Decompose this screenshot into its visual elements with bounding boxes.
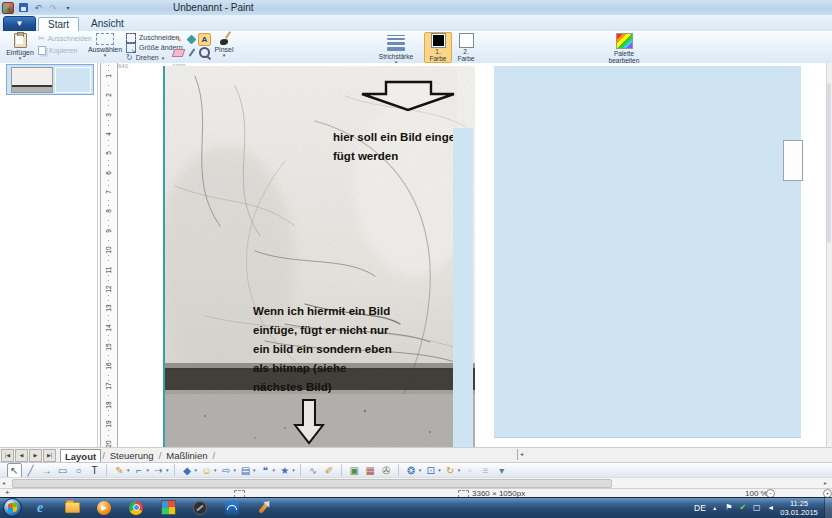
- tab-start[interactable]: Start: [38, 17, 79, 32]
- save-button[interactable]: [17, 2, 29, 14]
- taskbar-clock[interactable]: 11:25 03.01.2015: [778, 499, 820, 517]
- taskbar-chrome[interactable]: [124, 498, 148, 517]
- select-button[interactable]: Auswählen ▾: [86, 33, 124, 57]
- freeform-line-tool-dropdown[interactable]: ▾: [127, 467, 130, 473]
- insert-picture[interactable]: ▣: [347, 463, 362, 478]
- network-status[interactable]: [752, 503, 762, 512]
- taskbar-graphics-tool[interactable]: [252, 498, 276, 517]
- customize-qat-dropdown[interactable]: ▾: [62, 2, 74, 14]
- basic-shapes-dropdown[interactable]: ▾: [195, 467, 198, 473]
- dropper-icon: [188, 48, 195, 57]
- basic-shapes[interactable]: ◆: [180, 463, 195, 478]
- next-tab-button[interactable]: ▶: [29, 449, 42, 462]
- freeform-line-tool[interactable]: ✎: [112, 463, 127, 478]
- cursor-position-icon: +: [5, 488, 10, 497]
- brush-button[interactable]: Pinsel ▾: [210, 33, 238, 57]
- page-thumbnail-selected[interactable]: [6, 64, 94, 95]
- vertical-scrollbar-thumb[interactable]: [827, 83, 831, 243]
- fontwork-dropdown[interactable]: ▾: [419, 467, 422, 473]
- undo-button[interactable]: ↶: [32, 2, 44, 14]
- paste-button[interactable]: Einfügen ▾: [4, 33, 36, 60]
- rotate-button[interactable]: ↻ Drehen ▾: [126, 53, 164, 62]
- scanner[interactable]: ✇: [379, 463, 394, 478]
- eraser-tool[interactable]: [172, 46, 185, 59]
- taskbar-openoffice[interactable]: [220, 498, 244, 517]
- tab-splitter-arrow[interactable]: ◂: [520, 450, 523, 457]
- prev-tab-button[interactable]: ◀: [15, 449, 28, 462]
- security-status[interactable]: [738, 503, 748, 512]
- action-center-flag[interactable]: [724, 503, 734, 512]
- show-desktop-button[interactable]: [824, 497, 832, 518]
- magnifier-icon: [199, 47, 210, 58]
- redo-button[interactable]: ↷: [47, 2, 59, 14]
- hidden-icons-chevron[interactable]: [710, 503, 720, 512]
- text-tool[interactable]: T: [87, 463, 102, 478]
- connector-tool[interactable]: ⌐: [132, 463, 147, 478]
- interaction-dropdown[interactable]: ▾: [438, 467, 441, 473]
- callout-shapes-dropdown[interactable]: ▾: [273, 467, 276, 473]
- language-indicator[interactable]: DE: [694, 503, 706, 513]
- taskbar-windows-explorer[interactable]: [60, 498, 84, 517]
- paint-canvas[interactable]: hier soll ein Bild einge- fügt werden We…: [163, 66, 475, 449]
- taskbar-puzzle-game[interactable]: [156, 498, 180, 517]
- gallery[interactable]: ▦: [363, 463, 378, 478]
- star-shapes[interactable]: ★: [277, 463, 292, 478]
- symbol-shapes-dropdown[interactable]: ▾: [214, 467, 217, 473]
- volume[interactable]: [766, 503, 776, 512]
- start-button[interactable]: [3, 498, 22, 517]
- taskbar-internet-explorer[interactable]: [28, 498, 52, 517]
- flowchart-shapes[interactable]: ▤: [238, 463, 253, 478]
- block-arrows[interactable]: ⇨: [219, 463, 234, 478]
- color2-button[interactable]: 2. Farbe: [452, 32, 480, 63]
- scroll-right-arrow[interactable]: ▸: [824, 479, 827, 486]
- rectangle-tool[interactable]: ▭: [55, 463, 70, 478]
- pencil-tool[interactable]: ✎: [172, 33, 185, 46]
- line-arrow-tool-dropdown[interactable]: ▾: [166, 467, 169, 473]
- edit-points[interactable]: ∿: [306, 463, 321, 478]
- brush-icon: [225, 31, 231, 39]
- ruler-number: 9: [105, 226, 113, 236]
- taskbar-media-player[interactable]: [92, 498, 116, 517]
- arrow-tool[interactable]: →: [39, 463, 54, 478]
- fontwork[interactable]: ❂: [404, 463, 419, 478]
- arrange-tool[interactable]: ≡: [478, 463, 493, 478]
- toolbar-separator: [300, 464, 301, 476]
- ruler-number: 10: [105, 245, 113, 255]
- taskbar-media-disc[interactable]: [188, 498, 212, 517]
- line-arrow-tool[interactable]: ⇢: [151, 463, 166, 478]
- last-tab-button[interactable]: ▶|: [43, 449, 56, 462]
- tab-ansicht[interactable]: Ansicht: [82, 17, 133, 31]
- toolbar-overflow[interactable]: ▾: [494, 463, 509, 478]
- rotate-tool[interactable]: ↻: [443, 463, 458, 478]
- draw-page[interactable]: [494, 66, 801, 438]
- edit-palette-button[interactable]: Palette bearbeiten: [604, 33, 644, 64]
- ellipse-tool[interactable]: ○: [71, 463, 86, 478]
- interaction[interactable]: ⊡: [423, 463, 438, 478]
- color-picker-tool[interactable]: [185, 46, 198, 59]
- star-shapes-dropdown[interactable]: ▾: [292, 467, 295, 473]
- color1-button[interactable]: 1. Farbe: [424, 32, 452, 63]
- glue-points[interactable]: ✐: [322, 463, 337, 478]
- connector-tool-dropdown[interactable]: ▾: [147, 467, 150, 473]
- rotate-tool-dropdown[interactable]: ▾: [458, 467, 461, 473]
- line-tool[interactable]: ╱: [23, 463, 38, 478]
- symbol-shapes[interactable]: ☺: [199, 463, 214, 478]
- layer-tab-layout[interactable]: Layout: [60, 449, 101, 463]
- layer-tab-steuerung[interactable]: Steuerung: [106, 449, 158, 462]
- first-tab-button[interactable]: |◀: [1, 449, 14, 462]
- scroll-left-arrow[interactable]: ◂: [2, 479, 5, 486]
- callout-shapes[interactable]: ❝: [258, 463, 273, 478]
- fill-tool[interactable]: [185, 33, 198, 46]
- align-tool[interactable]: ▫: [462, 463, 477, 478]
- select-tool[interactable]: ↖: [7, 463, 22, 478]
- flowchart-shapes-dropdown[interactable]: ▾: [253, 467, 256, 473]
- layer-tab-bar: |◀ ◀ ▶ ▶| Layout/Steuerung/Maßlinien/: [0, 447, 832, 463]
- tab-edge: /: [102, 450, 105, 461]
- copy-button[interactable]: Kopieren: [38, 46, 77, 55]
- cut-button[interactable]: ✂ Ausschneiden: [38, 34, 92, 43]
- stroke-width-button[interactable]: Strichstärke ▾: [376, 34, 416, 64]
- layer-tab-maßlinien[interactable]: Maßlinien: [162, 449, 211, 462]
- block-arrows-dropdown[interactable]: ▾: [234, 467, 237, 473]
- tab-splitter[interactable]: [517, 449, 518, 460]
- horizontal-scrollbar-thumb[interactable]: [12, 479, 612, 488]
